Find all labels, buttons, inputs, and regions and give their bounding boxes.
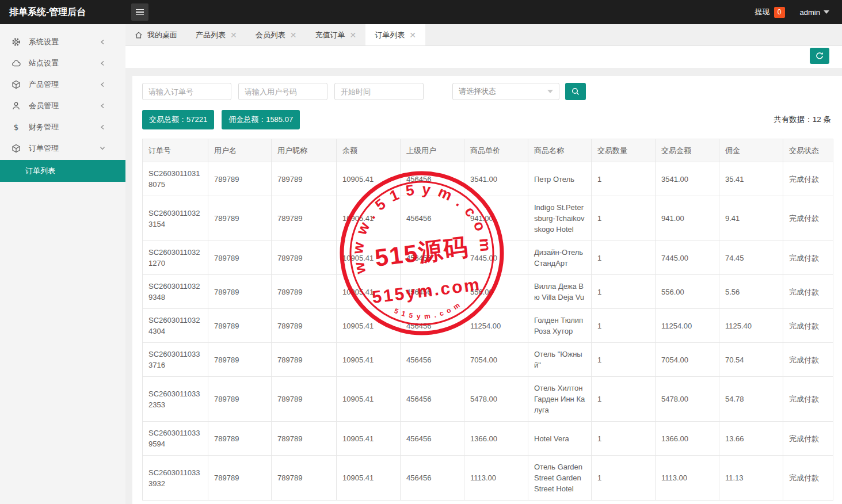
table-cell: 789789	[208, 162, 272, 196]
withdraw-count-badge: 0	[774, 7, 785, 18]
tab-label: 产品列表	[196, 30, 226, 40]
table-cell: Отель Garden Street Garden Street Hotel	[528, 456, 592, 501]
table-cell: 3541.00	[464, 162, 528, 196]
table-cell: 1	[592, 196, 656, 241]
withdraw-menu-item[interactable]: 提现 0	[755, 7, 785, 18]
table-row: SC2603011033959478978978978910905.414564…	[143, 422, 833, 456]
close-icon[interactable]: ✕	[230, 31, 237, 39]
sidebar-item-finance-management[interactable]: $ 财务管理	[0, 116, 125, 138]
trade-total-badge: 交易总额：57221	[142, 110, 214, 129]
table-cell: 1	[592, 377, 656, 422]
table-cell: SC26030110333932	[143, 456, 208, 501]
tab-label: 我的桌面	[147, 30, 177, 40]
table-row: SC2603011032127078978978978910905.414564…	[143, 241, 833, 275]
order-number-input[interactable]	[142, 83, 231, 100]
home-icon	[135, 31, 143, 39]
table-cell: 3541.00	[656, 162, 719, 196]
table-cell: 完成付款	[783, 422, 833, 456]
sidebar-item-member-management[interactable]: 会员管理	[0, 95, 125, 116]
sidebar-item-order-list-active[interactable]: 订单列表	[0, 160, 125, 182]
table-cell: Отель Хилтон Гарден Инн Калуга	[528, 377, 592, 422]
table-cell: Hotel Vera	[528, 422, 592, 456]
table-cell: 5478.00	[656, 377, 719, 422]
table-cell: 789789	[208, 309, 272, 343]
admin-user-menu[interactable]: admin	[800, 8, 829, 17]
table-cell: 789789	[272, 275, 337, 309]
table-cell: 完成付款	[783, 377, 833, 422]
table-cell: 789789	[272, 241, 337, 275]
table-cell: 789789	[272, 309, 337, 343]
table-cell: Дизайн-Отель СтандАрт	[528, 241, 592, 275]
table-cell: 74.45	[719, 241, 783, 275]
chevron-down-icon	[547, 90, 553, 93]
col-commission: 佣金	[719, 139, 783, 162]
tab-product-list[interactable]: 产品列表 ✕	[186, 24, 246, 45]
table-cell: 1	[592, 162, 656, 196]
cube-icon	[12, 144, 21, 153]
table-cell: 10905.41	[337, 422, 401, 456]
col-balance: 余额	[337, 139, 401, 162]
table-cell: SC26030110324304	[143, 309, 208, 343]
chevron-left-icon	[98, 60, 107, 66]
order-table-body: SC2603011031807578978978978910905.414564…	[143, 162, 833, 501]
table-cell: 1	[592, 343, 656, 377]
col-nickname: 用户昵称	[272, 139, 337, 162]
table-cell: 456456	[401, 422, 464, 456]
close-icon[interactable]: ✕	[290, 31, 297, 39]
table-cell: Голден Тюлип Роза Хутор	[528, 309, 592, 343]
refresh-icon	[815, 51, 824, 60]
col-parent-user: 上级用户	[401, 139, 464, 162]
user-number-input[interactable]	[238, 83, 327, 100]
col-unit-price: 商品单价	[464, 139, 528, 162]
sidebar-item-site-settings[interactable]: 站点设置	[0, 52, 125, 74]
sidebar-item-order-management[interactable]: 订单管理	[0, 138, 125, 159]
search-button[interactable]	[565, 83, 586, 100]
table-cell: 789789	[272, 343, 337, 377]
table-cell: 789789	[272, 162, 337, 196]
chevron-left-icon	[98, 39, 107, 45]
sidebar-item-label: 系统设置	[29, 37, 59, 47]
close-icon[interactable]: ✕	[409, 31, 416, 39]
table-cell: 5.56	[719, 275, 783, 309]
sidebar-item-system-settings[interactable]: 系统设置	[0, 31, 125, 52]
cloud-icon	[12, 59, 21, 68]
table-cell: 789789	[272, 196, 337, 241]
sidebar-item-label: 产品管理	[29, 79, 59, 90]
table-cell: SC26030110318075	[143, 162, 208, 196]
status-select[interactable]: 请选择状态	[452, 83, 559, 100]
admin-username: admin	[800, 8, 820, 17]
tab-member-list[interactable]: 会员列表 ✕	[246, 24, 306, 45]
commission-total-badge: 佣金总额：1585.07	[222, 110, 300, 129]
chevron-left-icon	[98, 103, 107, 109]
top-header: 排单系统-管理后台 提现 0 admin	[0, 0, 842, 24]
table-cell: 9.41	[719, 196, 783, 241]
table-cell: 1	[592, 241, 656, 275]
sidebar-item-product-management[interactable]: 产品管理	[0, 74, 125, 95]
table-cell: 70.54	[719, 343, 783, 377]
table-cell: 完成付款	[783, 343, 833, 377]
tab-my-desktop[interactable]: 我的桌面	[125, 24, 186, 45]
table-cell: 789789	[272, 377, 337, 422]
tab-label: 充值订单	[315, 30, 345, 40]
table-cell: 1	[592, 275, 656, 309]
table-cell: SC26030110339594	[143, 422, 208, 456]
table-row: SC2603011033235378978978978910905.414564…	[143, 377, 833, 422]
cube-icon	[12, 80, 21, 89]
table-cell: Петр Отель	[528, 162, 592, 196]
tab-order-list-active[interactable]: 订单列表 ✕	[365, 24, 425, 45]
close-icon[interactable]: ✕	[349, 31, 356, 39]
start-time-input[interactable]	[334, 83, 424, 100]
table-cell: 456456	[401, 241, 464, 275]
chevron-left-icon	[98, 82, 107, 87]
tab-recharge-orders[interactable]: 充值订单 ✕	[306, 24, 365, 45]
col-username: 用户名	[208, 139, 272, 162]
table-cell: 完成付款	[783, 241, 833, 275]
sidebar-toggle-button[interactable]	[131, 3, 148, 21]
table-cell: 13.66	[719, 422, 783, 456]
table-cell: 完成付款	[783, 162, 833, 196]
tab-bar: 我的桌面 产品列表 ✕ 会员列表 ✕ 充值订单 ✕ 订单列表 ✕	[125, 24, 842, 46]
table-cell: 7054.00	[464, 343, 528, 377]
dollar-icon: $	[12, 123, 21, 132]
table-cell: Отель "Южный"	[528, 343, 592, 377]
refresh-button[interactable]	[810, 48, 829, 64]
